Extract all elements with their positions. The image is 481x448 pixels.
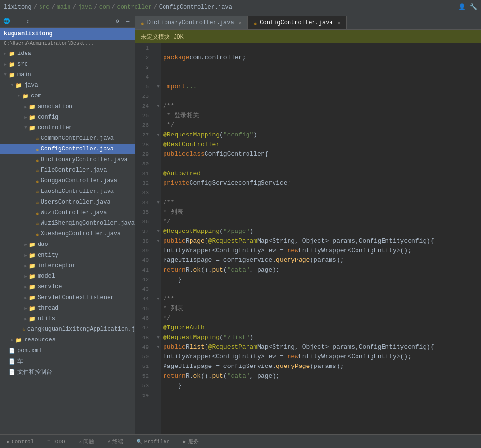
status-profiler[interactable]: 🔍 Profiler bbox=[134, 439, 173, 445]
globe-icon[interactable]: 🌐 bbox=[3, 17, 11, 25]
tree-item-com[interactable]: ▼📁com bbox=[0, 91, 135, 101]
code-line: @RequestMapping("config") bbox=[163, 130, 481, 140]
fold-marker[interactable]: ▼ bbox=[155, 294, 161, 304]
fold-marker bbox=[155, 207, 161, 217]
code-line: /** bbox=[163, 294, 481, 304]
fold-marker[interactable]: ▼ bbox=[155, 333, 161, 342]
line-number: 1 bbox=[135, 43, 151, 53]
tree-item-service[interactable]: ▶📁service bbox=[0, 282, 135, 292]
tree-label: thread bbox=[38, 305, 58, 312]
fold-marker bbox=[155, 391, 161, 400]
line-number: 45 bbox=[135, 304, 151, 313]
breadcrumb-src[interactable]: src bbox=[39, 4, 50, 11]
java-file-icon-dict: ☕ bbox=[141, 20, 144, 26]
fold-marker[interactable]: ▼ bbox=[155, 227, 161, 236]
fold-marker bbox=[155, 217, 161, 227]
tree-item-config[interactable]: ▶📁config bbox=[0, 112, 135, 122]
status-control[interactable]: ▶ Control bbox=[4, 439, 37, 445]
tree-item-UsersController.java[interactable]: ☕UsersController.java bbox=[0, 197, 135, 207]
line-number: 49 bbox=[135, 342, 151, 352]
file-tree[interactable]: ▶📁idea▶📁src▼📁main▼📁java▼📁com▶📁annotation… bbox=[0, 47, 135, 434]
line-number: 33 bbox=[135, 188, 151, 198]
user-icon[interactable]: 👤 bbox=[458, 3, 466, 11]
fold-marker bbox=[155, 159, 161, 169]
tree-label: annotation bbox=[38, 103, 72, 110]
tab-close-dict[interactable]: ✕ bbox=[239, 20, 242, 26]
code-line: EntityWrapper<ConfigEntity> ew = new Ent… bbox=[163, 246, 481, 256]
tree-item-controller[interactable]: ▼📁controller bbox=[0, 122, 135, 133]
tree-item-interceptor[interactable]: ▶📁interceptor bbox=[0, 260, 135, 271]
status-todo[interactable]: ≡ TODO bbox=[44, 439, 68, 445]
tree-item-DictionaryController.java[interactable]: ☕DictionaryController.java bbox=[0, 154, 135, 165]
fold-marker[interactable]: ▼ bbox=[155, 101, 161, 111]
status-problems[interactable]: ⚠ 问题 bbox=[76, 438, 97, 445]
sort-icon[interactable]: ↕ bbox=[24, 17, 32, 25]
tree-item-pom.xml[interactable]: 📄pom.xml bbox=[0, 345, 135, 356]
tree-item-FileController.java[interactable]: ☕FileController.java bbox=[0, 165, 135, 176]
tree-item-idea[interactable]: ▶📁idea bbox=[0, 48, 135, 59]
breadcrumb-controller[interactable]: controller bbox=[117, 4, 151, 11]
fold-marker bbox=[155, 188, 161, 198]
tree-item-CommonController.java[interactable]: ☕CommonController.java bbox=[0, 133, 135, 144]
tree-item-LaoshiController.java[interactable]: ☕LaoshiController.java bbox=[0, 186, 135, 197]
tree-item-java[interactable]: ▼📁java bbox=[0, 80, 135, 91]
line-number: 29 bbox=[135, 149, 151, 159]
breadcrumb-java[interactable]: java bbox=[78, 4, 92, 11]
tree-item-WuziShenqingController.java[interactable]: ☕WuziShenqingController.java bbox=[0, 218, 135, 229]
breadcrumb-file[interactable]: ConfigController.java bbox=[159, 4, 232, 11]
tree-item-utils[interactable]: ▶📁utils bbox=[0, 313, 135, 324]
line-number: 53 bbox=[135, 381, 151, 391]
sep4: / bbox=[94, 4, 97, 11]
code-content[interactable]: package com.controller; import ... /** *… bbox=[161, 43, 481, 434]
breadcrumb-main[interactable]: main bbox=[57, 4, 71, 11]
tree-item-entity[interactable]: ▶📁entity bbox=[0, 250, 135, 260]
fold-marker bbox=[155, 169, 161, 178]
status-service[interactable]: ▶ 服务 bbox=[180, 438, 202, 445]
status-terminal[interactable]: ⚡ 终端 bbox=[105, 438, 126, 445]
tree-item-WuziController.java[interactable]: ☕WuziController.java bbox=[0, 207, 135, 218]
tree-item-annotation[interactable]: ▶📁annotation bbox=[0, 101, 135, 112]
tree-item-model[interactable]: ▶📁model bbox=[0, 271, 135, 282]
tools-icon[interactable]: 🔧 bbox=[469, 3, 477, 11]
fold-marker[interactable]: ▼ bbox=[155, 236, 161, 246]
tab-dictionary[interactable]: ☕ DictionaryController.java ✕ bbox=[135, 16, 248, 29]
fold-marker[interactable]: ▼ bbox=[155, 130, 161, 140]
settings-icon[interactable]: ⚙ bbox=[113, 17, 121, 25]
tab-close-config[interactable]: ✕ bbox=[338, 20, 341, 26]
list-icon[interactable]: ≡ bbox=[14, 17, 21, 25]
tree-label: config bbox=[38, 114, 58, 121]
tree-item-XueshengController.java[interactable]: ☕XueshengController.java bbox=[0, 229, 135, 239]
tree-item-ConfigController.java[interactable]: ☕ConfigController.java bbox=[0, 144, 135, 154]
tree-label: ConfigController.java bbox=[41, 146, 114, 152]
tree-item-dao[interactable]: ▶📁dao bbox=[0, 239, 135, 250]
java-file-icon-config: ☕ bbox=[254, 20, 257, 26]
line-number: 31 bbox=[135, 169, 151, 178]
code-line bbox=[163, 72, 481, 82]
tree-item-resources[interactable]: ▶📁resources bbox=[0, 335, 135, 345]
tree-item-ServletContextListener[interactable]: ▶📁ServletContextListener bbox=[0, 292, 135, 303]
tab-bar: ☕ DictionaryController.java ✕ ☕ ConfigCo… bbox=[135, 14, 481, 30]
code-editor[interactable]: 1234523242526272829303132333435363738394… bbox=[135, 43, 481, 434]
terminal-label: 终端 bbox=[112, 438, 123, 445]
tree-item-cangkuguanlixitongApplication.java[interactable]: ☕cangkuguanlixitongApplication.java bbox=[0, 324, 135, 335]
profiler-label: Profiler bbox=[144, 439, 170, 445]
breadcrumb-project[interactable]: lixitong bbox=[4, 4, 32, 11]
fold-marker[interactable]: ▼ bbox=[155, 198, 161, 207]
fold-marker[interactable]: ▼ bbox=[155, 82, 161, 92]
tree-item-车[interactable]: 📄车 bbox=[0, 356, 135, 367]
problems-label: 问题 bbox=[83, 438, 94, 445]
tree-label: 车 bbox=[17, 357, 23, 366]
tree-item-thread[interactable]: ▶📁thread bbox=[0, 303, 135, 313]
line-number: 2 bbox=[135, 53, 151, 63]
collapse-icon[interactable]: — bbox=[124, 17, 132, 25]
tree-item-文件和控制台[interactable]: 📄文件和控制台 bbox=[0, 367, 135, 377]
code-line bbox=[163, 63, 481, 72]
fold-marker bbox=[155, 53, 161, 63]
fold-marker[interactable]: ▼ bbox=[155, 342, 161, 352]
tab-config[interactable]: ☕ ConfigController.java ✕ bbox=[248, 16, 347, 29]
tree-item-GonggaoController.java[interactable]: ☕GonggaoController.java bbox=[0, 176, 135, 186]
tree-item-src[interactable]: ▶📁src bbox=[0, 59, 135, 69]
tree-label: XueshengController.java bbox=[41, 231, 121, 237]
breadcrumb-com[interactable]: com bbox=[99, 4, 110, 11]
tree-item-main[interactable]: ▼📁main bbox=[0, 69, 135, 80]
